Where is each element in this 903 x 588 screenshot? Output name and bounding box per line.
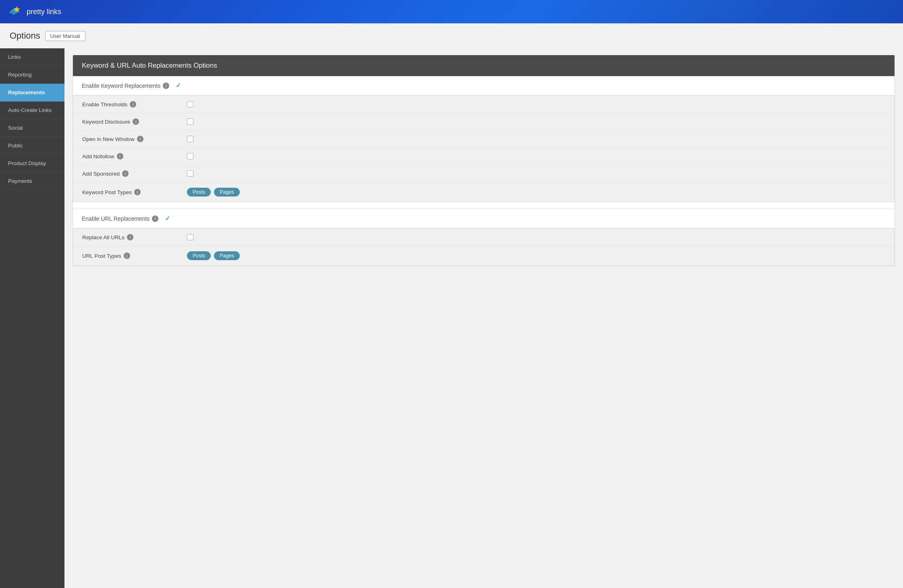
add-sponsored-label: Add Sponsored i: [82, 170, 187, 177]
url-post-types-label: URL Post Types i: [82, 253, 187, 259]
sidebar-item-social[interactable]: Social: [0, 119, 64, 137]
add-nofollow-control[interactable]: [187, 153, 193, 159]
enable-thresholds-row: Enable Thresholds i: [73, 96, 894, 113]
keyword-nested-options: Enable Thresholds i Keyword Disclosure i: [73, 95, 895, 202]
add-nofollow-info-icon: i: [117, 153, 123, 159]
add-sponsored-checkbox[interactable]: [187, 170, 193, 177]
enable-thresholds-info-icon: i: [130, 101, 136, 108]
sidebar-item-payments[interactable]: Payments: [0, 172, 64, 190]
keyword-post-types-info-icon: i: [134, 189, 141, 195]
add-nofollow-checkbox[interactable]: [187, 153, 193, 159]
add-sponsored-info-icon: i: [122, 170, 129, 177]
keyword-disclosure-checkbox[interactable]: [187, 118, 193, 125]
sidebar-item-auto-create[interactable]: Auto-Create Links: [0, 101, 64, 119]
keyword-disclosure-label: Keyword Disclosure i: [82, 118, 187, 125]
logo-area: pretty links: [8, 4, 61, 19]
add-sponsored-row: Add Sponsored i: [73, 165, 894, 182]
page-title: Options: [10, 31, 40, 41]
url-posts-tag[interactable]: Posts: [187, 251, 211, 260]
logo-icon: [8, 4, 23, 19]
open-new-window-row: Open in New Window i: [73, 130, 894, 148]
logo-text: pretty links: [27, 8, 61, 16]
enable-keyword-row: Enable Keyword Replacements i ✓: [73, 76, 895, 95]
keyword-disclosure-control[interactable]: [187, 118, 193, 125]
url-post-types-row: URL Post Types i Posts Pages: [73, 246, 894, 265]
keyword-post-types-label: Keyword Post Types i: [82, 189, 187, 195]
main-layout: LinksReportingReplacementsAuto-Create Li…: [0, 48, 903, 588]
keyword-disclosure-info-icon: i: [133, 118, 139, 125]
enable-url-check: ✓: [165, 215, 170, 222]
sidebar-item-replacements[interactable]: Replacements: [0, 84, 64, 101]
enable-thresholds-checkbox[interactable]: [187, 101, 193, 108]
add-sponsored-control[interactable]: [187, 170, 193, 177]
replace-all-urls-checkbox[interactable]: [187, 234, 193, 240]
keyword-pages-tag[interactable]: Pages: [214, 188, 239, 197]
add-nofollow-label: Add Nofollow i: [82, 153, 187, 159]
sidebar-item-product-display[interactable]: Product Display: [0, 155, 64, 172]
keyword-post-types-row: Keyword Post Types i Posts Pages: [73, 182, 894, 202]
sidebar-item-reporting[interactable]: Reporting: [0, 66, 64, 84]
content-area: Keyword & URL Auto Replacements Options …: [64, 48, 903, 588]
replace-all-urls-label: Replace All URLs i: [82, 234, 187, 240]
open-new-window-label: Open in New Window i: [82, 136, 187, 142]
url-pages-tag[interactable]: Pages: [214, 251, 239, 260]
sidebar-item-links[interactable]: Links: [0, 48, 64, 66]
page-title-area: Options User Manual: [0, 23, 903, 48]
main-section-card: Keyword & URL Auto Replacements Options …: [73, 55, 895, 266]
url-nested-options: Replace All URLs i URL Post Types i Post…: [73, 228, 895, 266]
sidebar: LinksReportingReplacementsAuto-Create Li…: [0, 48, 64, 588]
url-post-types-info-icon: i: [124, 253, 130, 259]
top-header: pretty links: [0, 0, 903, 23]
replace-all-urls-info-icon: i: [127, 234, 133, 240]
url-post-types-tags: Posts Pages: [187, 251, 240, 260]
add-nofollow-row: Add Nofollow i: [73, 148, 894, 165]
enable-keyword-check: ✓: [176, 82, 181, 89]
replace-all-urls-control[interactable]: [187, 234, 193, 240]
keyword-posts-tag[interactable]: Posts: [187, 188, 211, 197]
replace-all-urls-row: Replace All URLs i: [73, 229, 894, 246]
open-new-window-checkbox[interactable]: [187, 136, 193, 142]
enable-keyword-label: Enable Keyword Replacements i: [82, 83, 169, 89]
enable-thresholds-control[interactable]: [187, 101, 193, 108]
enable-url-info-icon: i: [152, 215, 158, 222]
sidebar-item-public[interactable]: Public: [0, 137, 64, 155]
keyword-disclosure-row: Keyword Disclosure i: [73, 113, 894, 130]
keyword-post-types-tags: Posts Pages: [187, 188, 240, 197]
enable-url-label: Enable URL Replacements i: [82, 215, 158, 222]
section-header: Keyword & URL Auto Replacements Options: [73, 55, 895, 76]
user-manual-button[interactable]: User Manual: [45, 31, 85, 41]
enable-keyword-info-icon: i: [163, 83, 169, 89]
open-new-window-info-icon: i: [137, 136, 143, 142]
enable-url-row: Enable URL Replacements i ✓: [73, 209, 895, 228]
open-new-window-control[interactable]: [187, 136, 193, 142]
enable-thresholds-label: Enable Thresholds i: [82, 101, 187, 108]
